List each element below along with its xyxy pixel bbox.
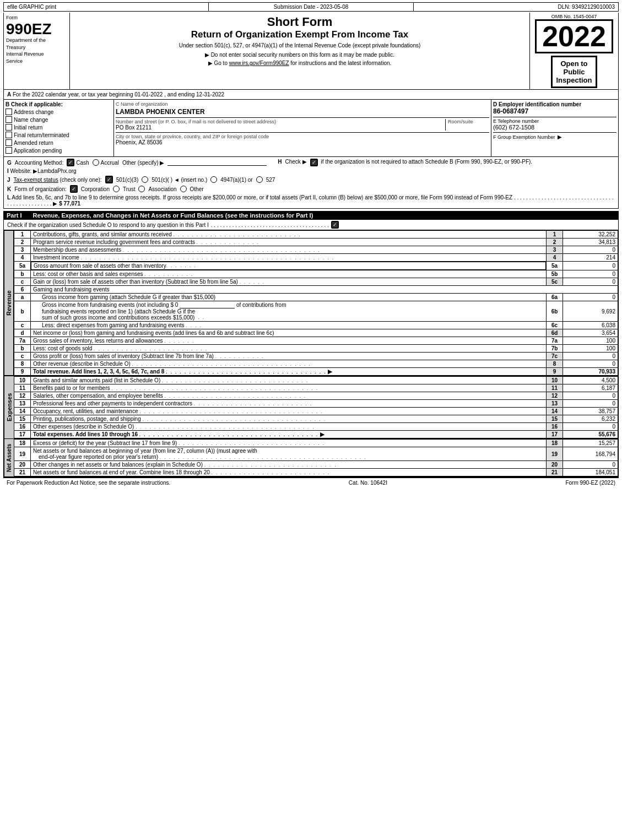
line-7c-ref: 7c [547,353,563,360]
line-5b-num: b [14,270,31,278]
no-ssn: ▶ Do not enter social security numbers o… [72,52,527,58]
section-b-label: B Check if applicable: [6,101,112,107]
table-row: 7a Gross sales of inventory, less return… [14,337,618,345]
city-label: City or town, state or province, country… [116,134,489,139]
section-j: J Tax-exempt status (check only one): ✓ … [7,176,615,183]
room-label: Room/suite [448,119,489,124]
address-label: Number and street (or P. O. box, if mail… [116,119,440,124]
table-row: 2 Program service revenue including gove… [14,239,618,246]
address: PO Box 21211 [116,124,440,131]
checkbox-application-pending[interactable]: Application pending [6,147,112,154]
checkbox-initial-return[interactable]: Initial return [6,124,112,131]
return-title: Return of Organization Exempt From Incom… [72,29,527,40]
line-5c-label: Gain or (loss) from sale of assets other… [31,278,547,286]
line-5a-amount: 0 [563,262,618,270]
dln: DLN: 93492129010003 [414,3,618,11]
checkbox-amended-return[interactable]: Amended return [6,139,112,146]
table-row: 12 Salaries, other compensation, and emp… [14,392,618,400]
table-row: 16 Other expenses (describe in Schedule … [14,423,618,431]
efile-label: efile GRAPHIC print [4,3,209,11]
name-change-label: Name change [14,117,48,123]
revenue-side-label: Revenue [4,230,14,376]
line-4-ref: 4 [547,254,563,262]
line-10-amount: 4,500 [563,377,618,384]
line-14-label: Occupancy, rent, utilities, and maintena… [31,408,547,415]
line-1-num: 1 [14,231,31,239]
k-other-radio[interactable] [180,186,187,192]
table-row: b Less: cost or other basis and sales ex… [14,270,618,278]
line-7c-amount: 0 [563,353,618,360]
table-row: b Less: cost of goods sold . . . . . . .… [14,345,618,353]
h-checkbox[interactable]: ✓ [310,159,318,166]
j-501c-radio[interactable] [142,176,148,183]
checkbox-final-return[interactable]: Final return/terminated [6,132,112,138]
line-6c-amount: 6,038 [563,322,618,329]
checkbox-name-change[interactable]: Name change [6,116,112,123]
section-a-label: A [7,91,11,97]
form-label: Form [6,15,67,20]
line-16-label: Other expenses (describe in Schedule O) … [31,423,547,431]
table-row: 11 Benefits paid to or for members . . .… [14,384,618,392]
line-1-ref: 1 [547,231,563,239]
line-16-ref: 16 [547,423,563,431]
table-row: b Gross income from fundraising events (… [14,301,618,322]
table-row: 21 Net assets or fund balances at end of… [14,469,618,476]
line-17-label: Total expenses. Add lines 10 through 16 … [31,431,547,438]
line-11-label: Benefits paid to or for members . . . . … [31,384,547,392]
line-18-num: 18 [14,440,31,447]
line-15-num: 15 [14,415,31,423]
table-row: d Net income or (loss) from gaming and f… [14,329,618,337]
table-row: c Gross profit or (loss) from sales of i… [14,353,618,360]
line-6c-label: Less: direct expenses from gaming and fu… [31,322,547,329]
line-10-ref: 10 [547,377,563,384]
j-4947-radio[interactable] [210,176,217,183]
section-l: L Add lines 5b, 6c, and 7b to line 9 to … [7,194,615,207]
accrual-radio[interactable] [93,159,99,166]
line-12-ref: 12 [547,392,563,400]
line-1-amount: 32,252 [563,231,618,239]
line-7c-label: Gross profit or (loss) from sales of inv… [31,353,547,360]
open-public-banner: Open to Public Inspection [551,56,597,88]
table-row: 18 Excess or (deficit) for the year (Sub… [14,440,618,447]
schedule-o-checkbox[interactable]: ✓ [331,221,339,229]
line-1-label: Contributions, gifts, grants, and simila… [31,231,547,239]
group-label: F Group Exemption Number [493,134,555,140]
line-20-num: 20 [14,461,31,469]
line-4-amount: 214 [563,254,618,262]
k-corp-checkbox[interactable]: ✓ [70,185,78,193]
address-change-label: Address change [14,109,53,115]
checkbox-address-change[interactable]: Address change [6,109,112,115]
line-6d-ref: 6d [547,329,563,337]
group-arrow: ▶ [558,134,562,140]
line-6c-num: c [14,322,31,329]
line-21-num: 21 [14,469,31,476]
line-4-label: Investment income . . . . . . . . . . . … [31,254,547,262]
line-21-label: Net assets or fund balances at end of ye… [31,469,547,476]
line-19-ref: 19 [547,447,563,461]
line-2-label: Program service revenue including govern… [31,239,547,246]
k-trust-radio[interactable] [113,186,120,192]
application-pending-label: Application pending [14,148,62,154]
k-assoc-radio[interactable] [138,186,145,192]
table-row: 19 Net assets or fund balances at beginn… [14,447,618,461]
j-527-radio[interactable] [256,176,263,183]
line-17-amount: 55,676 [563,431,618,438]
line-7a-num: 7a [14,337,31,345]
line-14-num: 14 [14,408,31,415]
section-k: K Form of organization: ✓ Corporation Tr… [7,185,615,193]
line-18-ref: 18 [547,440,563,447]
line-9-num: 9 [14,368,31,376]
table-row: 14 Occupancy, rent, utilities, and maint… [14,408,618,415]
paperwork-notice: For Paperwork Reduction Act Notice, see … [7,480,170,486]
j-501c3-checkbox[interactable]: ✓ [105,176,113,183]
line-4-num: 4 [14,254,31,262]
line-17-num: 17 [14,431,31,438]
line-19-label: Net assets or fund balances at beginning… [31,447,547,461]
cash-checkbox[interactable]: ✓ [67,159,74,166]
line-13-ref: 13 [547,400,563,408]
line-5a-ref: 5a [547,262,563,270]
table-row: a Gross income from gaming (attach Sched… [14,294,618,301]
line-6c-ref: 6c [547,322,563,329]
submission-date: Submission Date - 2023-05-08 [209,3,414,11]
table-row: 15 Printing, publications, postage, and … [14,415,618,423]
